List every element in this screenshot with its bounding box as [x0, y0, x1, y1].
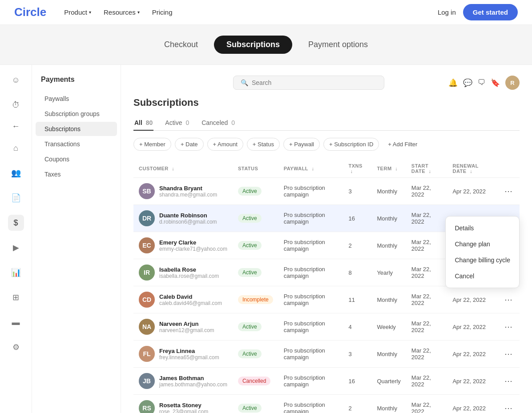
puzzle-icon-btn[interactable]: ⊞	[8, 289, 24, 305]
get-started-button[interactable]: Get started	[463, 4, 518, 20]
search-icon: 🔍	[241, 79, 248, 86]
filter-tab-all[interactable]: All 80	[133, 116, 153, 131]
sidebar-item-transactions[interactable]: Transactions	[36, 137, 117, 151]
login-button[interactable]: Log in	[438, 8, 456, 16]
context-menu: Details Change plan Change billing cycle…	[445, 216, 520, 288]
status-badge: Active	[238, 214, 262, 223]
table-row: CD Caleb David caleb.david46@gmail.com I…	[133, 286, 520, 313]
start-date-cell: Mar 22, 2022	[406, 232, 447, 259]
sidebar-item-paywalls[interactable]: Paywalls	[36, 92, 117, 106]
context-menu-cancel[interactable]: Cancel	[446, 268, 519, 284]
logo[interactable]: Circle	[14, 5, 46, 19]
row-actions: ⋯	[503, 320, 514, 333]
paywall-cell: Pro subscription campaign	[278, 368, 343, 395]
clock-icon-btn[interactable]: ⏱	[8, 97, 24, 113]
message-icon[interactable]: 🗨	[478, 78, 485, 87]
start-date-cell: Mar 22, 2022	[406, 313, 447, 341]
more-actions-button[interactable]: ⋯	[503, 347, 514, 361]
term-cell: Monthly	[371, 178, 406, 205]
chevron-down-icon: ▾	[137, 10, 140, 15]
customer-cell: CD Caleb David caleb.david46@gmail.com	[139, 292, 227, 308]
filter-amount[interactable]: + Amount	[207, 138, 243, 151]
term-cell: Monthly	[371, 286, 406, 313]
filter-member[interactable]: + Member	[133, 138, 171, 151]
document-icon-btn[interactable]: 📄	[8, 190, 24, 206]
customer-cell: IR Isabella Rose isabella.rose@gmail.com	[139, 265, 227, 281]
smiley-icon-btn[interactable]: ☺	[8, 72, 24, 88]
sidebar-item-subscriptions[interactable]: Subscriptons	[36, 122, 117, 136]
col-customer[interactable]: CUSTOMER ↓	[133, 160, 233, 178]
customer-email: frey.linnea65@gmail.com	[159, 354, 219, 361]
nav-pricing[interactable]: Pricing	[152, 8, 173, 16]
play-icon-btn[interactable]: ▶	[8, 240, 24, 256]
tab-subscriptions[interactable]: Subscriptions	[214, 36, 292, 54]
card-icon-btn[interactable]: ▬	[8, 314, 24, 330]
more-actions-button[interactable]: ⋯	[503, 320, 514, 333]
table-row: FL Freya Linnea frey.linnea65@gmail.com …	[133, 341, 520, 368]
filter-paywall[interactable]: + Paywall	[283, 138, 320, 151]
sidebar-item-subscription-groups[interactable]: Subscription groups	[36, 107, 117, 121]
main-tab-bar: Checkout Subscriptions Payment options	[0, 25, 532, 64]
top-icons: 🔔 💬 🗨 🔖 R	[448, 76, 520, 90]
avatar[interactable]: R	[505, 76, 520, 90]
more-actions-button[interactable]: ⋯	[503, 184, 514, 198]
home-icon-btn[interactable]: ⌂	[8, 140, 24, 156]
more-actions-button[interactable]: ⋯	[503, 374, 514, 388]
dollar-icon-btn[interactable]: $	[8, 215, 24, 231]
chart-icon-btn[interactable]: 📊	[8, 265, 24, 281]
renewal-date-cell: Apr 22, 2022	[447, 313, 497, 341]
col-txns[interactable]: TXNS ↓	[343, 160, 372, 178]
nav-product[interactable]: Product ▾	[64, 8, 91, 16]
avatar: RS	[139, 400, 155, 413]
sidebar-item-taxes[interactable]: Taxes	[36, 167, 117, 181]
more-actions-button[interactable]: ⋯	[503, 401, 514, 413]
people-icon-btn[interactable]: 👥	[8, 165, 24, 181]
nav-resources[interactable]: Resources ▾	[104, 8, 140, 16]
table-header-row: CUSTOMER ↓ STATUS PAYWALL ↓ TXNS ↓ TERM …	[133, 160, 520, 178]
bell-icon[interactable]: 🔔	[448, 78, 458, 88]
paywall-cell: Pro subscription campaign	[278, 286, 343, 313]
col-paywall[interactable]: PAYWALL ↓	[278, 160, 343, 178]
customer-cell: NA Narveen Arjun narveen12@gmail.com	[139, 319, 227, 335]
col-term[interactable]: TERM ↓	[371, 160, 406, 178]
col-start-date[interactable]: START DATE ↓	[406, 160, 447, 178]
main-layout: ☺ ⏱ ← ⌂ 👥 📄 $ ▶ 📊 ⊞ ▬ ⚙ Payments Paywall…	[0, 64, 532, 413]
chat-icon[interactable]: 💬	[463, 78, 472, 88]
txns-cell: 3	[343, 341, 372, 368]
filter-tab-active[interactable]: Active 0	[164, 116, 190, 131]
more-actions-button[interactable]: ⋯	[503, 293, 514, 306]
context-menu-change-plan[interactable]: Change plan	[446, 236, 519, 252]
customer-name: Narveen Arjun	[159, 321, 214, 327]
context-menu-change-billing-cycle[interactable]: Change billing cycle	[446, 252, 519, 268]
filter-status[interactable]: + Status	[247, 138, 280, 151]
bookmark-icon[interactable]: 🔖	[491, 78, 500, 88]
row-actions: ⋯	[503, 184, 514, 198]
customer-name: James Bothman	[159, 375, 227, 381]
search-input[interactable]	[252, 79, 377, 86]
nav-links: Product ▾ Resources ▾ Pricing	[64, 8, 438, 16]
avatar: NA	[139, 319, 155, 335]
top-nav: Circle Product ▾ Resources ▾ Pricing Log…	[0, 0, 532, 25]
avatar: CD	[139, 292, 155, 308]
sidebar-item-coupons[interactable]: Coupons	[36, 152, 117, 166]
filter-tab-canceled[interactable]: Canceled 0	[201, 116, 236, 131]
txns-cell: 2	[343, 232, 372, 259]
nav-sidebar: Payments Paywalls Subscription groups Su…	[32, 65, 121, 413]
term-cell: Monthly	[371, 205, 406, 232]
col-actions	[497, 160, 520, 178]
add-filter-button[interactable]: + Add Filter	[383, 138, 423, 150]
customer-cell: EC Emery Clarke emmy-clarke71@yahoo.com	[139, 237, 227, 253]
tab-payment-options[interactable]: Payment options	[296, 36, 380, 54]
filter-subscription-id[interactable]: + Subscription ID	[323, 138, 379, 151]
settings-icon-btn[interactable]: ⚙	[8, 339, 24, 355]
tab-checkout[interactable]: Checkout	[152, 36, 210, 54]
filter-date[interactable]: + Date	[175, 138, 204, 151]
txns-cell: 16	[343, 205, 372, 232]
back-button[interactable]: ←	[12, 122, 20, 131]
term-cell: Monthly	[371, 232, 406, 259]
col-renewal-date[interactable]: RENEWAL DATE ↓	[447, 160, 497, 178]
term-cell: Monthly	[371, 395, 406, 413]
term-cell: Yearly	[371, 259, 406, 286]
row-actions: ⋯	[503, 374, 514, 388]
context-menu-details[interactable]: Details	[446, 220, 519, 236]
